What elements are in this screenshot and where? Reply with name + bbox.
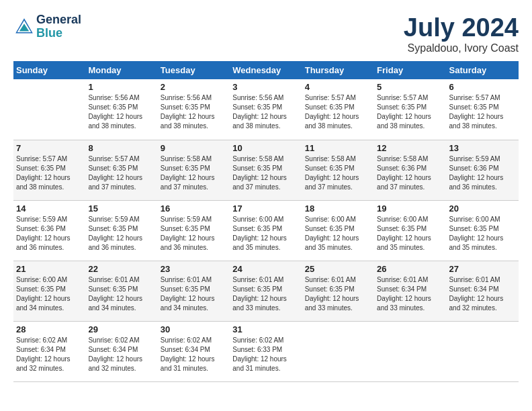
day-info: Sunrise: 5:59 AM Sunset: 6:36 PM Dayligh… bbox=[449, 154, 516, 192]
day-info: Sunrise: 6:01 AM Sunset: 6:35 PM Dayligh… bbox=[305, 275, 371, 313]
day-number: 17 bbox=[232, 203, 299, 214]
logo-text: General Blue bbox=[36, 13, 81, 40]
day-info: Sunrise: 6:00 AM Sunset: 6:35 PM Dayligh… bbox=[377, 215, 443, 253]
day-number: 10 bbox=[232, 143, 299, 153]
day-info: Sunrise: 6:00 AM Sunset: 6:35 PM Dayligh… bbox=[232, 215, 299, 253]
calendar-cell: 17Sunrise: 6:00 AM Sunset: 6:35 PM Dayli… bbox=[230, 200, 302, 261]
weekday-header-tuesday: Tuesday bbox=[158, 61, 230, 79]
weekday-header-sunday: Sunday bbox=[13, 61, 85, 79]
calendar-cell: 25Sunrise: 6:01 AM Sunset: 6:35 PM Dayli… bbox=[302, 261, 374, 321]
calendar-cell: 20Sunrise: 6:00 AM Sunset: 6:35 PM Dayli… bbox=[447, 200, 519, 261]
day-number: 22 bbox=[88, 264, 154, 274]
day-info: Sunrise: 5:59 AM Sunset: 6:35 PM Dayligh… bbox=[88, 215, 154, 253]
calendar-cell: 26Sunrise: 6:01 AM Sunset: 6:34 PM Dayli… bbox=[374, 261, 446, 321]
page-header: General Blue July 2024 Sypaldouo, Ivory … bbox=[13, 13, 519, 54]
calendar-cell: 8Sunrise: 5:57 AM Sunset: 6:35 PM Daylig… bbox=[85, 140, 157, 200]
day-info: Sunrise: 5:56 AM Sunset: 6:35 PM Dayligh… bbox=[232, 93, 299, 131]
week-row-3: 14Sunrise: 5:59 AM Sunset: 6:36 PM Dayli… bbox=[13, 200, 519, 261]
day-info: Sunrise: 5:58 AM Sunset: 6:35 PM Dayligh… bbox=[161, 154, 227, 192]
calendar-cell: 1Sunrise: 5:56 AM Sunset: 6:35 PM Daylig… bbox=[85, 79, 157, 140]
calendar-cell bbox=[374, 321, 446, 381]
weekday-header-saturday: Saturday bbox=[447, 61, 519, 79]
day-number: 5 bbox=[377, 82, 443, 92]
weekday-header-friday: Friday bbox=[374, 61, 446, 79]
day-number: 16 bbox=[161, 203, 227, 214]
calendar-cell: 21Sunrise: 6:00 AM Sunset: 6:35 PM Dayli… bbox=[13, 261, 85, 321]
title-block: July 2024 Sypaldouo, Ivory Coast bbox=[404, 13, 519, 54]
calendar-cell bbox=[447, 321, 519, 381]
calendar-cell: 3Sunrise: 5:56 AM Sunset: 6:35 PM Daylig… bbox=[230, 79, 302, 140]
calendar-cell: 4Sunrise: 5:57 AM Sunset: 6:35 PM Daylig… bbox=[302, 79, 374, 140]
calendar-cell: 12Sunrise: 5:58 AM Sunset: 6:36 PM Dayli… bbox=[374, 140, 446, 200]
week-row-5: 28Sunrise: 6:02 AM Sunset: 6:34 PM Dayli… bbox=[13, 321, 519, 381]
day-number: 20 bbox=[449, 203, 516, 214]
day-info: Sunrise: 6:02 AM Sunset: 6:34 PM Dayligh… bbox=[161, 336, 227, 373]
day-info: Sunrise: 5:57 AM Sunset: 6:35 PM Dayligh… bbox=[377, 93, 443, 131]
day-number: 1 bbox=[88, 82, 154, 92]
calendar-cell: 23Sunrise: 6:01 AM Sunset: 6:35 PM Dayli… bbox=[158, 261, 230, 321]
calendar-cell: 30Sunrise: 6:02 AM Sunset: 6:34 PM Dayli… bbox=[158, 321, 230, 381]
week-row-2: 7Sunrise: 5:57 AM Sunset: 6:35 PM Daylig… bbox=[13, 140, 519, 200]
day-info: Sunrise: 6:02 AM Sunset: 6:33 PM Dayligh… bbox=[232, 336, 299, 373]
calendar-cell: 11Sunrise: 5:58 AM Sunset: 6:35 PM Dayli… bbox=[302, 140, 374, 200]
location: Sypaldouo, Ivory Coast bbox=[404, 42, 519, 54]
day-number: 26 bbox=[377, 264, 443, 274]
calendar-cell: 19Sunrise: 6:00 AM Sunset: 6:35 PM Dayli… bbox=[374, 200, 446, 261]
day-number: 13 bbox=[449, 143, 516, 153]
day-info: Sunrise: 5:58 AM Sunset: 6:35 PM Dayligh… bbox=[305, 154, 371, 192]
weekday-header-monday: Monday bbox=[85, 61, 157, 79]
day-number: 27 bbox=[449, 264, 516, 274]
day-info: Sunrise: 6:01 AM Sunset: 6:35 PM Dayligh… bbox=[88, 275, 154, 313]
day-number: 6 bbox=[449, 82, 516, 92]
calendar-cell: 24Sunrise: 6:01 AM Sunset: 6:35 PM Dayli… bbox=[230, 261, 302, 321]
weekday-header-row: SundayMondayTuesdayWednesdayThursdayFrid… bbox=[13, 61, 519, 79]
day-number: 31 bbox=[232, 324, 299, 334]
day-info: Sunrise: 6:00 AM Sunset: 6:35 PM Dayligh… bbox=[449, 215, 516, 253]
weekday-header-wednesday: Wednesday bbox=[230, 61, 302, 79]
weekday-header-thursday: Thursday bbox=[302, 61, 374, 79]
calendar-cell: 27Sunrise: 6:01 AM Sunset: 6:34 PM Dayli… bbox=[447, 261, 519, 321]
calendar-cell: 10Sunrise: 5:58 AM Sunset: 6:35 PM Dayli… bbox=[230, 140, 302, 200]
day-info: Sunrise: 5:56 AM Sunset: 6:35 PM Dayligh… bbox=[88, 93, 154, 131]
day-number: 28 bbox=[16, 324, 83, 334]
day-info: Sunrise: 5:57 AM Sunset: 6:35 PM Dayligh… bbox=[16, 154, 83, 192]
calendar-table: SundayMondayTuesdayWednesdayThursdayFrid… bbox=[13, 61, 519, 382]
calendar-cell bbox=[13, 79, 85, 140]
month-title: July 2024 bbox=[404, 13, 519, 42]
calendar-cell: 16Sunrise: 5:59 AM Sunset: 6:35 PM Dayli… bbox=[158, 200, 230, 261]
day-info: Sunrise: 6:01 AM Sunset: 6:35 PM Dayligh… bbox=[161, 275, 227, 313]
calendar-cell: 9Sunrise: 5:58 AM Sunset: 6:35 PM Daylig… bbox=[158, 140, 230, 200]
day-number: 23 bbox=[161, 264, 227, 274]
day-info: Sunrise: 6:02 AM Sunset: 6:34 PM Dayligh… bbox=[16, 336, 83, 373]
day-number: 18 bbox=[305, 203, 371, 214]
day-number: 9 bbox=[161, 143, 227, 153]
calendar-cell: 14Sunrise: 5:59 AM Sunset: 6:36 PM Dayli… bbox=[13, 200, 85, 261]
calendar-cell: 6Sunrise: 5:57 AM Sunset: 6:35 PM Daylig… bbox=[447, 79, 519, 140]
day-number: 11 bbox=[305, 143, 371, 153]
calendar-cell: 29Sunrise: 6:02 AM Sunset: 6:34 PM Dayli… bbox=[85, 321, 157, 381]
day-number: 8 bbox=[88, 143, 154, 153]
calendar-cell: 7Sunrise: 5:57 AM Sunset: 6:35 PM Daylig… bbox=[13, 140, 85, 200]
calendar-cell: 5Sunrise: 5:57 AM Sunset: 6:35 PM Daylig… bbox=[374, 79, 446, 140]
day-info: Sunrise: 5:57 AM Sunset: 6:35 PM Dayligh… bbox=[305, 93, 371, 131]
day-info: Sunrise: 6:00 AM Sunset: 6:35 PM Dayligh… bbox=[16, 275, 83, 313]
day-number: 29 bbox=[88, 324, 154, 334]
calendar-cell: 28Sunrise: 6:02 AM Sunset: 6:34 PM Dayli… bbox=[13, 321, 85, 381]
day-number: 21 bbox=[16, 264, 83, 274]
day-number: 2 bbox=[161, 82, 227, 92]
day-info: Sunrise: 5:59 AM Sunset: 6:35 PM Dayligh… bbox=[161, 215, 227, 253]
calendar-cell bbox=[302, 321, 374, 381]
day-info: Sunrise: 6:01 AM Sunset: 6:34 PM Dayligh… bbox=[449, 275, 516, 313]
day-info: Sunrise: 5:59 AM Sunset: 6:36 PM Dayligh… bbox=[16, 215, 83, 253]
day-number: 19 bbox=[377, 203, 443, 214]
day-info: Sunrise: 5:56 AM Sunset: 6:35 PM Dayligh… bbox=[161, 93, 227, 131]
day-number: 3 bbox=[232, 82, 299, 92]
day-number: 15 bbox=[88, 203, 154, 214]
day-info: Sunrise: 6:00 AM Sunset: 6:35 PM Dayligh… bbox=[305, 215, 371, 253]
day-number: 4 bbox=[305, 82, 371, 92]
day-number: 7 bbox=[16, 143, 83, 153]
day-number: 30 bbox=[161, 324, 227, 334]
day-number: 25 bbox=[305, 264, 371, 274]
calendar-cell: 15Sunrise: 5:59 AM Sunset: 6:35 PM Dayli… bbox=[85, 200, 157, 261]
day-number: 14 bbox=[16, 203, 83, 214]
